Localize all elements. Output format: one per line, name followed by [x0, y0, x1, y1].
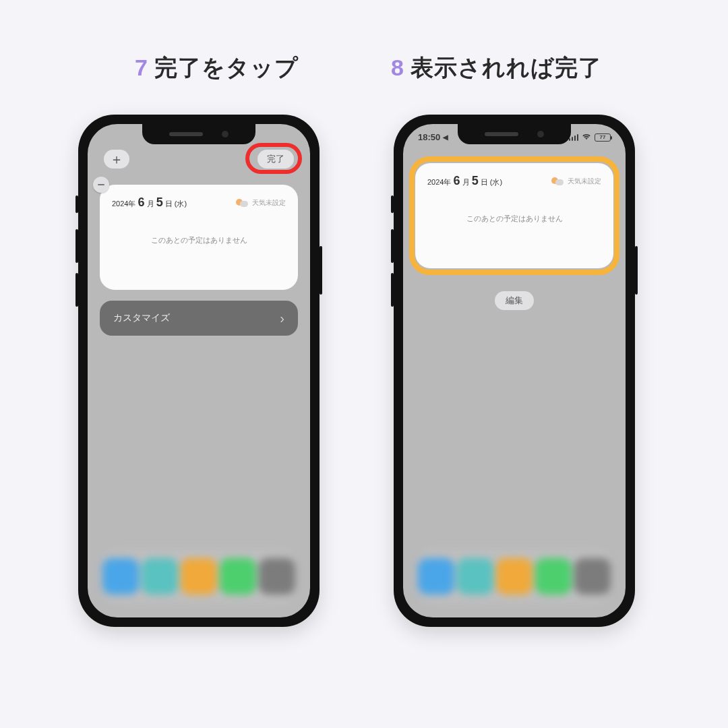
volume-up-button	[75, 229, 78, 263]
dock-app-3[interactable]	[496, 558, 533, 595]
speaker-grille	[169, 132, 203, 136]
widget-date: 2024年 6 月 5 日 (水)	[112, 195, 187, 210]
dock	[101, 549, 297, 604]
dock-app-1[interactable]	[418, 558, 454, 595]
status-left: 18:50 ◀	[418, 132, 448, 142]
customize-label: カスタマイズ	[113, 312, 170, 324]
widget-weather: 天気未設定	[236, 198, 286, 208]
edit-button[interactable]: 編集	[495, 291, 534, 310]
dock-app-3[interactable]	[181, 558, 217, 595]
step-7-text: 完了をタップ	[154, 53, 299, 84]
widget-header: 2024年 6 月 5 日 (水) 天気未設定	[112, 195, 286, 210]
dock	[417, 549, 612, 604]
edit-button-label: 編集	[506, 295, 523, 307]
step-7-heading: 7 完了をタップ	[135, 53, 299, 84]
add-widget-button[interactable]: ＋	[104, 150, 129, 169]
step-8-text: 表示されれば完了	[411, 53, 602, 84]
dock-app-5[interactable]	[259, 558, 295, 595]
calendar-widget[interactable]: 2024年 6 月 5 日 (水) 天気未設定 このあとの予定はありません	[100, 185, 298, 290]
screen-right: 18:50 ◀ 77 2024年	[403, 124, 626, 617]
phone-mockup-left: ＋ 完了 2024年 6 月 5 日 (水) 天気未設定	[78, 115, 320, 627]
front-camera	[222, 131, 229, 138]
highlight-done-button	[245, 143, 302, 174]
screen-left: ＋ 完了 2024年 6 月 5 日 (水) 天気未設定	[88, 124, 310, 617]
weather-icon	[236, 198, 248, 208]
dock-app-2[interactable]	[457, 558, 493, 595]
chevron-right-icon: ›	[280, 311, 284, 326]
step-7-number: 7	[135, 55, 148, 81]
notch	[142, 124, 255, 144]
volume-down-button	[75, 273, 78, 307]
battery-level: 77	[600, 134, 606, 140]
customize-row[interactable]: カスタマイズ ›	[100, 301, 298, 336]
step-8-number: 8	[391, 55, 404, 81]
battery-icon: 77	[595, 133, 611, 142]
location-icon: ◀	[443, 133, 448, 141]
dock-app-4[interactable]	[535, 558, 572, 595]
weather-label: 天気未設定	[252, 198, 286, 208]
highlight-widget	[409, 156, 619, 275]
widget-body-text: このあとの予定はありません	[112, 235, 286, 245]
volume-up-button	[391, 229, 394, 263]
front-camera	[537, 131, 544, 138]
notch	[458, 124, 571, 144]
dock-app-2[interactable]	[142, 558, 178, 595]
dock-app-5[interactable]	[574, 558, 611, 595]
step-8-heading: 8 表示されれば完了	[391, 53, 602, 84]
wifi-icon	[582, 133, 591, 142]
mute-switch	[391, 195, 394, 213]
plus-icon: ＋	[110, 152, 123, 166]
mute-switch	[75, 195, 78, 213]
status-time: 18:50	[418, 132, 440, 142]
power-button	[320, 246, 322, 295]
speaker-grille	[485, 132, 518, 136]
phone-mockup-right: 18:50 ◀ 77 2024年	[394, 115, 635, 627]
remove-widget-button[interactable]	[93, 177, 109, 193]
power-button	[635, 246, 638, 295]
volume-down-button	[391, 273, 394, 307]
status-right: 77	[569, 132, 611, 142]
dock-app-4[interactable]	[220, 558, 256, 595]
dock-app-1[interactable]	[102, 558, 139, 595]
